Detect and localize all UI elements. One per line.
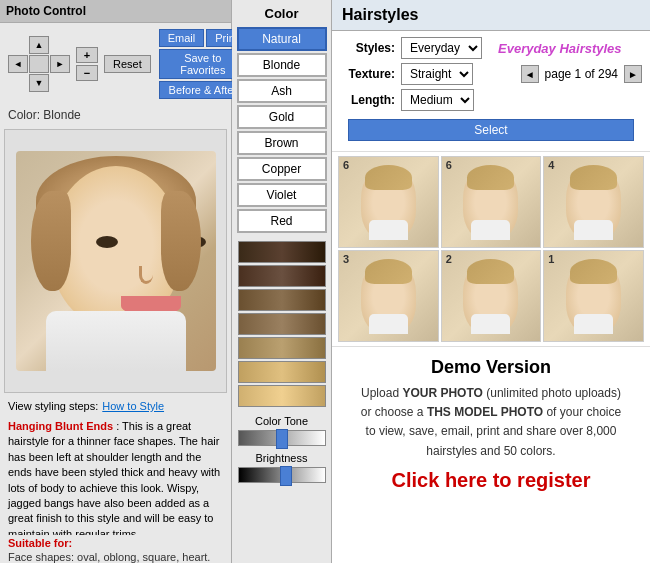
styles-label: Styles: — [340, 41, 395, 55]
brightness-thumb[interactable] — [280, 466, 292, 486]
nav-down-button[interactable]: ▼ — [29, 74, 49, 92]
length-select[interactable]: Medium — [401, 89, 474, 111]
hairstyle-img-1 — [544, 251, 643, 341]
swatch-3[interactable] — [238, 289, 326, 311]
mini-face-6a — [361, 165, 416, 240]
length-control: Length: Medium — [340, 89, 642, 111]
mini-face-3 — [361, 259, 416, 334]
styles-select[interactable]: Everyday — [401, 37, 482, 59]
color-violet[interactable]: Violet — [237, 183, 327, 207]
color-value: Blonde — [43, 108, 80, 122]
hairstyle-num-1: 1 — [548, 253, 554, 265]
register-link[interactable]: Click here to register — [392, 469, 591, 491]
hairstyle-num-6b: 6 — [446, 159, 452, 171]
texture-label: Texture: — [340, 67, 395, 81]
demo-title: Demo Version — [342, 357, 640, 378]
ths-model-text: THS MODEL PHOTO — [427, 405, 543, 419]
styles-control: Styles: Everyday — [340, 37, 482, 59]
hairstyle-img-3 — [339, 251, 438, 341]
hairstyles-title: Hairstyles — [342, 6, 419, 24]
swatch-5[interactable] — [238, 337, 326, 359]
hairstyle-cell-2[interactable]: 2 — [441, 250, 542, 342]
mini-face-4 — [566, 165, 621, 240]
demo-section: Demo Version Upload YOUR PHOTO (unlimite… — [332, 346, 650, 502]
hair-swatches — [238, 241, 326, 407]
suitable-for: Suitable for: — [0, 535, 231, 551]
prev-page-button[interactable]: ◄ — [521, 65, 539, 83]
color-tone-thumb[interactable] — [276, 429, 288, 449]
select-button[interactable]: Select — [348, 119, 634, 141]
controls-row: Styles: Everyday Everyday Hairstyles Tex… — [332, 31, 650, 152]
nav-left-button[interactable]: ◄ — [8, 55, 28, 73]
color-blonde[interactable]: Blonde — [237, 53, 327, 77]
reset-button[interactable]: Reset — [104, 55, 151, 73]
face-shapes: Face shapes: oval, oblong, square, heart… — [0, 551, 231, 563]
length-label: Length: — [340, 93, 395, 107]
hairstyle-num-6a: 6 — [343, 159, 349, 171]
mini-face-2 — [463, 259, 518, 334]
everyday-label: Everyday Hairstyles — [498, 41, 622, 56]
swatch-2[interactable] — [238, 265, 326, 287]
middle-panel: Color Natural Blonde Ash Gold Brown Copp… — [232, 0, 332, 563]
hairstyle-cell-6a[interactable]: 6 — [338, 156, 439, 248]
hairstyle-cell-6b[interactable]: 6 — [441, 156, 542, 248]
color-options: Natural Blonde Ash Gold Brown Copper Vio… — [237, 27, 327, 233]
how-to-style-link[interactable]: How to Style — [102, 400, 164, 412]
photo-display — [4, 129, 227, 393]
view-styling-text: View styling steps: — [8, 400, 98, 412]
hairstyle-cell-3[interactable]: 3 — [338, 250, 439, 342]
brightness-label: Brightness — [238, 452, 326, 464]
email-button[interactable]: Email — [159, 29, 205, 47]
swatch-7[interactable] — [238, 385, 326, 407]
zoom-out-button[interactable]: − — [76, 65, 98, 81]
hairstyle-img-4 — [544, 157, 643, 247]
hair-side-right — [161, 191, 201, 291]
zoom-controls: + − — [76, 47, 98, 81]
page-info: page 1 of 294 — [545, 67, 618, 81]
your-photo-text: YOUR PHOTO — [402, 386, 482, 400]
zoom-in-button[interactable]: + — [76, 47, 98, 63]
color-section-title: Color — [265, 6, 299, 21]
photo-control-title: Photo Control — [6, 4, 86, 18]
swatch-4[interactable] — [238, 313, 326, 335]
color-gold[interactable]: Gold — [237, 105, 327, 129]
demo-text: Upload YOUR PHOTO (unlimited photo uploa… — [342, 384, 640, 461]
hairstyle-cell-1[interactable]: 1 — [543, 250, 644, 342]
color-tone-label: Color Tone — [238, 415, 326, 427]
photo-nav: ▲ ◄ ► ▼ + − Reset Email Prin — [0, 23, 231, 105]
hairstyle-grid: 6 6 — [332, 152, 650, 346]
swatch-1[interactable] — [238, 241, 326, 263]
color-tone-section: Color Tone — [238, 415, 326, 446]
hairstyle-cell-4[interactable]: 4 — [543, 156, 644, 248]
body — [46, 311, 186, 371]
mini-face-1 — [566, 259, 621, 334]
texture-select[interactable]: Straight — [401, 63, 473, 85]
styling-steps: View styling steps: How to Style — [0, 397, 231, 415]
face-shapes-text: Face shapes: oval, oblong, square, heart… — [8, 551, 210, 563]
color-brown[interactable]: Brown — [237, 131, 327, 155]
photo-control-header: Photo Control — [0, 0, 231, 23]
swatch-6[interactable] — [238, 361, 326, 383]
right-panel: Hairstyles Styles: Everyday Everyday Hai… — [332, 0, 650, 563]
nav-right-button[interactable]: ► — [50, 55, 70, 73]
desc-title: Hanging Blunt Ends — [8, 420, 113, 432]
color-ash[interactable]: Ash — [237, 79, 327, 103]
hairstyle-img-6b — [442, 157, 541, 247]
hairstyle-num-2: 2 — [446, 253, 452, 265]
brightness-section: Brightness — [238, 452, 326, 483]
hairstyle-img-6a — [339, 157, 438, 247]
desc-body: : This is a great hairstyle for a thinne… — [8, 420, 220, 535]
nav-up-button[interactable]: ▲ — [29, 36, 49, 54]
nose — [139, 266, 153, 284]
color-red[interactable]: Red — [237, 209, 327, 233]
left-panel: Photo Control ▲ ◄ ► ▼ + − — [0, 0, 232, 563]
hairstyle-img-2 — [442, 251, 541, 341]
nav-arrows: ▲ ◄ ► ▼ — [8, 36, 70, 92]
color-natural[interactable]: Natural — [237, 27, 327, 51]
next-page-button[interactable]: ► — [624, 65, 642, 83]
brightness-slider[interactable] — [238, 467, 326, 483]
pagination: ◄ page 1 of 294 ► — [521, 65, 642, 83]
color-copper[interactable]: Copper — [237, 157, 327, 181]
color-tone-slider[interactable] — [238, 430, 326, 446]
texture-control: Texture: Straight — [340, 63, 473, 85]
